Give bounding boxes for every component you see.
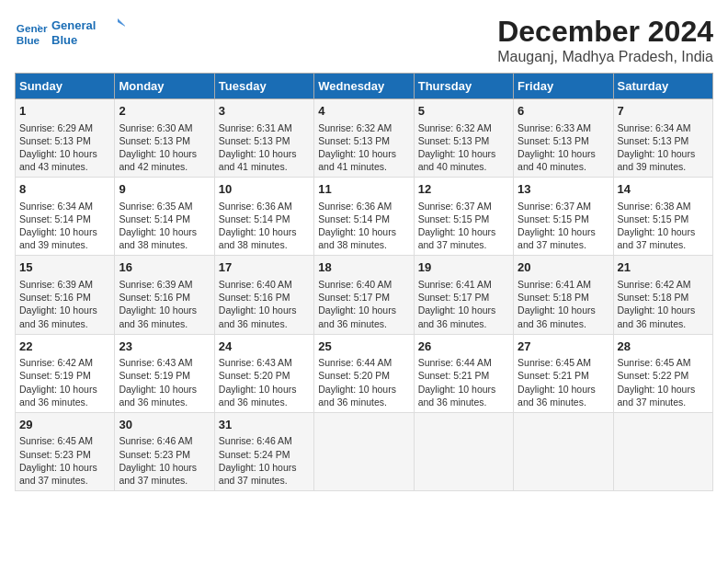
- cell-text: Sunset: 5:13 PM: [418, 134, 509, 147]
- day-number: 22: [19, 339, 110, 355]
- cell-text: Sunset: 5:13 PM: [219, 134, 310, 147]
- cell-text: Daylight: 10 hours: [119, 147, 210, 160]
- day-number: 8: [19, 181, 110, 198]
- cell-text: Sunrise: 6:37 AM: [418, 200, 509, 213]
- cell-text: and 36 minutes.: [19, 317, 110, 330]
- day-number: 13: [518, 181, 609, 198]
- day-number: 31: [219, 417, 310, 433]
- header-row: SundayMondayTuesdayWednesdayThursdayFrid…: [16, 74, 713, 99]
- cell-text: Sunset: 5:14 PM: [219, 213, 310, 225]
- svg-text:Blue: Blue: [17, 34, 40, 46]
- cell-text: Daylight: 10 hours: [219, 383, 310, 396]
- calendar-cell-29: 29Sunrise: 6:45 AMSunset: 5:23 PMDayligh…: [16, 412, 115, 490]
- cell-text: Sunset: 5:13 PM: [518, 134, 609, 147]
- cell-text: Daylight: 10 hours: [219, 304, 310, 316]
- cell-text: and 42 minutes.: [119, 160, 210, 173]
- cell-text: and 36 minutes.: [318, 396, 409, 408]
- cell-text: and 36 minutes.: [418, 317, 509, 330]
- header-day-thursday: Thursday: [414, 74, 513, 99]
- cell-text: Sunset: 5:13 PM: [119, 134, 210, 147]
- cell-text: Daylight: 10 hours: [518, 304, 609, 316]
- cell-text: Sunset: 5:14 PM: [119, 213, 210, 225]
- cell-text: Sunrise: 6:41 AM: [518, 278, 609, 291]
- cell-text: Daylight: 10 hours: [219, 225, 310, 238]
- calendar-cell-20: 20Sunrise: 6:41 AMSunset: 5:18 PMDayligh…: [514, 256, 613, 334]
- cell-text: and 36 minutes.: [518, 396, 609, 408]
- day-number: 12: [418, 181, 509, 198]
- cell-text: and 41 minutes.: [219, 160, 310, 173]
- calendar-cell-18: 18Sunrise: 6:40 AMSunset: 5:17 PMDayligh…: [314, 256, 414, 334]
- calendar-cell-1: 1Sunrise: 6:29 AMSunset: 5:13 PMDaylight…: [16, 99, 115, 178]
- cell-text: Sunset: 5:15 PM: [618, 213, 709, 225]
- cell-text: Daylight: 10 hours: [618, 304, 709, 316]
- day-number: 26: [418, 339, 509, 355]
- cell-text: Sunrise: 6:45 AM: [618, 356, 709, 369]
- cell-text: Daylight: 10 hours: [119, 383, 210, 396]
- day-number: 11: [318, 181, 409, 198]
- cell-text: and 40 minutes.: [518, 160, 609, 173]
- calendar-week-5: 29Sunrise: 6:45 AMSunset: 5:23 PMDayligh…: [16, 412, 713, 490]
- calendar-cell-21: 21Sunrise: 6:42 AMSunset: 5:18 PMDayligh…: [613, 256, 712, 334]
- day-number: 2: [119, 103, 210, 120]
- day-number: 3: [219, 103, 310, 120]
- cell-text: and 38 minutes.: [318, 238, 409, 251]
- calendar-cell-5: 5Sunrise: 6:32 AMSunset: 5:13 PMDaylight…: [414, 99, 513, 178]
- calendar-cell-33: [414, 412, 513, 490]
- cell-text: Sunrise: 6:44 AM: [418, 356, 509, 369]
- cell-text: Daylight: 10 hours: [418, 147, 509, 160]
- cell-text: Sunrise: 6:42 AM: [19, 356, 110, 369]
- cell-text: and 36 minutes.: [618, 317, 709, 330]
- cell-text: Daylight: 10 hours: [19, 383, 110, 396]
- cell-text: Sunset: 5:19 PM: [19, 369, 110, 382]
- header-day-monday: Monday: [115, 74, 214, 99]
- main-title: December 2024: [497, 15, 713, 49]
- cell-text: Sunset: 5:21 PM: [518, 369, 609, 382]
- cell-text: Sunrise: 6:38 AM: [618, 200, 709, 213]
- cell-text: Sunset: 5:16 PM: [219, 291, 310, 304]
- day-number: 5: [418, 103, 509, 120]
- cell-text: Daylight: 10 hours: [318, 304, 409, 316]
- cell-text: Sunset: 5:24 PM: [219, 448, 310, 461]
- cell-text: Daylight: 10 hours: [518, 383, 609, 396]
- cell-text: Sunrise: 6:39 AM: [119, 278, 210, 291]
- cell-text: Sunrise: 6:36 AM: [318, 200, 409, 213]
- calendar-week-4: 22Sunrise: 6:42 AMSunset: 5:19 PMDayligh…: [16, 334, 713, 412]
- cell-text: Daylight: 10 hours: [19, 225, 110, 238]
- cell-text: Daylight: 10 hours: [418, 383, 509, 396]
- cell-text: Sunrise: 6:40 AM: [219, 278, 310, 291]
- cell-text: and 36 minutes.: [318, 317, 409, 330]
- calendar-week-1: 1Sunrise: 6:29 AMSunset: 5:13 PMDaylight…: [16, 99, 713, 178]
- cell-text: Daylight: 10 hours: [518, 147, 609, 160]
- cell-text: Sunrise: 6:45 AM: [19, 434, 110, 447]
- cell-text: Sunset: 5:13 PM: [19, 134, 110, 147]
- cell-text: Sunrise: 6:37 AM: [518, 200, 609, 213]
- cell-text: and 37 minutes.: [219, 474, 310, 487]
- cell-text: Daylight: 10 hours: [119, 225, 210, 238]
- cell-text: Sunset: 5:23 PM: [19, 448, 110, 461]
- cell-text: Sunrise: 6:36 AM: [219, 200, 310, 213]
- cell-text: Sunrise: 6:34 AM: [19, 200, 110, 213]
- cell-text: Sunrise: 6:34 AM: [618, 121, 709, 134]
- cell-text: Sunrise: 6:39 AM: [19, 278, 110, 291]
- cell-text: Daylight: 10 hours: [318, 383, 409, 396]
- cell-text: Daylight: 10 hours: [618, 147, 709, 160]
- calendar-cell-35: [613, 412, 712, 490]
- calendar-cell-32: [314, 412, 414, 490]
- calendar-week-3: 15Sunrise: 6:39 AMSunset: 5:16 PMDayligh…: [16, 256, 713, 334]
- cell-text: Sunset: 5:17 PM: [418, 291, 509, 304]
- svg-text:Blue: Blue: [51, 33, 77, 47]
- cell-text: and 36 minutes.: [119, 396, 210, 408]
- calendar-cell-15: 15Sunrise: 6:39 AMSunset: 5:16 PMDayligh…: [16, 256, 115, 334]
- cell-text: Sunrise: 6:46 AM: [219, 434, 310, 447]
- cell-text: and 36 minutes.: [219, 396, 310, 408]
- cell-text: and 40 minutes.: [418, 160, 509, 173]
- cell-text: Daylight: 10 hours: [19, 304, 110, 316]
- cell-text: Sunrise: 6:35 AM: [119, 200, 210, 213]
- day-number: 29: [19, 417, 110, 433]
- day-number: 20: [518, 259, 609, 276]
- cell-text: and 36 minutes.: [518, 317, 609, 330]
- cell-text: and 36 minutes.: [219, 317, 310, 330]
- cell-text: Sunrise: 6:43 AM: [119, 356, 210, 369]
- cell-text: Sunset: 5:14 PM: [19, 213, 110, 225]
- calendar-cell-13: 13Sunrise: 6:37 AMSunset: 5:15 PMDayligh…: [514, 178, 613, 256]
